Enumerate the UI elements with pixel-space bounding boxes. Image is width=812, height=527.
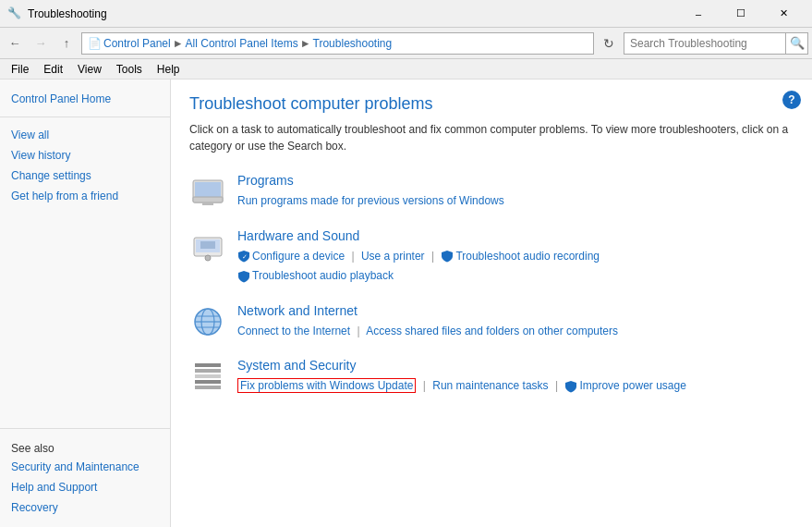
up-button[interactable]: ↑ [55,32,78,55]
title-bar: 🔧 Troubleshooting – ☐ ✕ [0,0,812,28]
svg-rect-2 [193,197,223,202]
address-input[interactable]: 📄 Control Panel ► All Control Panel Item… [81,32,594,55]
category-system: System and Security Fix problems with Wi… [189,358,794,397]
network-title[interactable]: Network and Internet [237,303,794,318]
hardware-content: Hardware and Sound ✓Configure a device |… [237,228,794,287]
hardware-link-configure[interactable]: Configure a device [252,250,345,263]
programs-title[interactable]: Programs [237,173,794,188]
system-link-windows-update[interactable]: Fix problems with Windows Update [237,378,416,393]
category-network: Network and Internet Connect to the Inte… [189,303,794,342]
network-links: Connect to the Internet | Access shared … [237,322,794,342]
network-icon [189,303,226,340]
svg-rect-7 [200,241,215,249]
address-icon: 📄 [88,37,102,50]
category-programs: Programs Run programs made for previous … [189,173,794,212]
sidebar-item-change-settings[interactable]: Change settings [0,165,170,186]
network-link-connect[interactable]: Connect to the Internet [237,325,350,337]
svg-rect-3 [202,202,213,205]
svg-rect-16 [195,374,221,378]
network-link-shared[interactable]: Access shared files and folders on other… [366,325,618,337]
hardware-links: ✓Configure a device | Use a printer | Tr… [237,247,794,287]
menu-file[interactable]: File [4,61,36,78]
hardware-link-printer[interactable]: Use a printer [361,250,425,263]
hardware-icon [189,228,226,265]
hardware-link-audio-play[interactable]: Troubleshoot audio playback [252,269,394,282]
refresh-button[interactable]: ↻ [598,32,620,55]
forward-button[interactable]: → [30,32,52,55]
search-button[interactable]: 🔍 [785,32,807,55]
sidebar-item-home[interactable]: Control Panel Home [0,89,170,109]
category-hardware: Hardware and Sound ✓Configure a device |… [189,228,794,287]
address-bar: ← → ↑ 📄 Control Panel ► All Control Pane… [0,28,812,59]
menu-edit[interactable]: Edit [36,61,70,78]
svg-rect-18 [195,386,221,389]
system-link-power[interactable]: Improve power usage [579,379,685,392]
network-content: Network and Internet Connect to the Inte… [237,303,794,342]
menu-bar: File Edit View Tools Help [0,59,812,80]
content-area: ? Troubleshoot computer problems Click o… [171,80,812,527]
main-layout: Control Panel Home View all View history… [0,80,812,527]
sidebar-item-get-help[interactable]: Get help from a friend [0,186,170,206]
app-icon: 🔧 [7,6,22,21]
programs-links: Run programs made for previous versions … [237,191,794,212]
hardware-title[interactable]: Hardware and Sound [237,228,794,243]
search-box: 🔍 [624,32,808,55]
sidebar: Control Panel Home View all View history… [0,80,171,527]
sidebar-divider-1 [0,116,170,117]
window-controls: – ☐ ✕ [677,0,805,28]
system-links: Fix problems with Windows Update | Run m… [237,376,794,397]
svg-rect-17 [195,380,221,384]
svg-point-6 [205,255,211,261]
see-also-label: See also [0,436,170,457]
programs-content: Programs Run programs made for previous … [237,173,794,212]
menu-view[interactable]: View [70,61,109,78]
window-title: Troubleshooting [28,7,677,20]
sidebar-item-view-all[interactable]: View all [0,125,170,145]
search-input[interactable] [624,37,785,50]
sidebar-item-security[interactable]: Security and Maintenance [0,457,170,477]
page-title: Troubleshoot computer problems [189,94,794,114]
system-icon [189,358,226,395]
hardware-link-audio-rec[interactable]: Troubleshoot audio recording [455,250,600,263]
sidebar-divider-2 [0,428,170,429]
programs-link-1[interactable]: Run programs made for previous versions … [237,194,504,207]
svg-text:✓: ✓ [242,253,248,260]
svg-rect-15 [195,369,221,373]
help-button[interactable]: ? [782,91,801,109]
menu-help[interactable]: Help [150,61,188,78]
system-title[interactable]: System and Security [237,358,794,373]
breadcrumb-control-panel[interactable]: Control Panel [103,37,171,50]
sidebar-item-help-support[interactable]: Help and Support [0,477,170,497]
svg-rect-14 [195,363,221,367]
system-content: System and Security Fix problems with Wi… [237,358,794,397]
address-path: 📄 Control Panel ► All Control Panel Item… [88,37,392,50]
back-button[interactable]: ← [4,32,26,55]
page-description: Click on a task to automatically trouble… [189,121,794,154]
close-button[interactable]: ✕ [762,0,805,28]
breadcrumb-troubleshooting[interactable]: Troubleshooting [313,37,393,50]
sidebar-item-recovery[interactable]: Recovery [0,497,170,518]
sidebar-item-view-history[interactable]: View history [0,145,170,165]
svg-rect-1 [195,182,221,197]
breadcrumb-all-items[interactable]: All Control Panel Items [186,37,298,50]
programs-icon [189,173,226,210]
maximize-button[interactable]: ☐ [720,0,762,28]
menu-tools[interactable]: Tools [109,61,150,78]
system-link-maintenance[interactable]: Run maintenance tasks [432,379,548,392]
minimize-button[interactable]: – [677,0,720,28]
